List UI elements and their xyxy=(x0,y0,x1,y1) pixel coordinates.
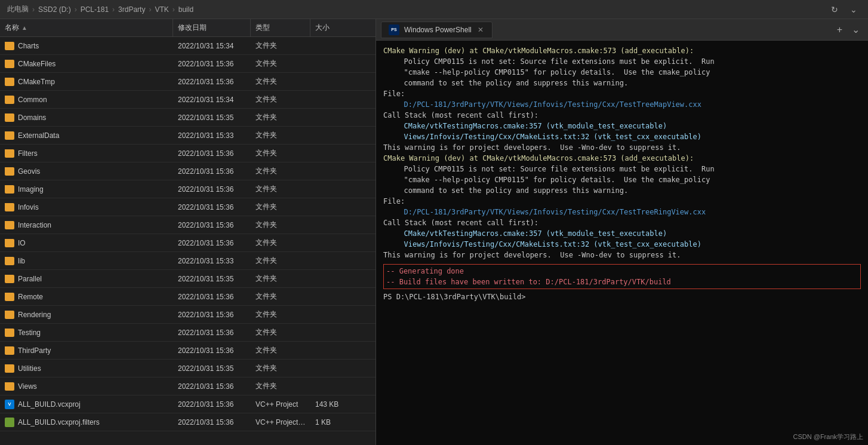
file-modified-cell: 2022/10/31 15:36 xyxy=(173,346,251,355)
file-name-cell: Remote xyxy=(0,293,173,301)
file-modified-cell: 2022/10/31 15:33 xyxy=(173,257,251,265)
add-tab-button[interactable]: + xyxy=(833,23,846,36)
table-row[interactable]: IO 2022/10/31 15:36 文件夹 xyxy=(0,234,375,252)
file-name-cell: Interaction xyxy=(0,221,173,229)
file-name-text: Rendering xyxy=(18,311,51,319)
file-name-cell: Filters xyxy=(0,149,173,158)
terminal-line: Views/Infovis/Testing/Cxx/CMakeLists.txt… xyxy=(395,239,861,250)
file-modified-cell: 2022/10/31 15:36 xyxy=(173,418,251,426)
table-row[interactable]: Utilities 2022/10/31 15:35 文件夹 xyxy=(0,360,375,378)
file-modified-cell: 2022/10/31 15:36 xyxy=(173,167,251,176)
file-name-text: Geovis xyxy=(18,167,40,176)
table-row[interactable]: lib 2022/10/31 15:33 文件夹 xyxy=(0,252,375,270)
sort-arrow-icon: ▲ xyxy=(21,24,27,31)
file-name-cell: CMakeTmp xyxy=(0,78,173,86)
file-modified-cell: 2022/10/31 15:36 xyxy=(173,221,251,229)
table-row[interactable]: Filters 2022/10/31 15:36 文件夹 xyxy=(0,145,375,162)
file-size-cell: 1 KB xyxy=(310,418,358,426)
file-name-text: Views xyxy=(18,382,37,391)
terminal-done-line: -- Build files have been written to: D:/… xyxy=(386,277,858,287)
file-name-cell: Common xyxy=(0,96,173,104)
refresh-button[interactable]: ↻ xyxy=(827,4,842,16)
table-row[interactable]: Imaging 2022/10/31 15:36 文件夹 xyxy=(0,180,375,198)
file-modified-cell: 2022/10/31 15:36 xyxy=(173,239,251,247)
table-row[interactable]: Remote 2022/10/31 15:36 文件夹 xyxy=(0,288,375,306)
file-modified-cell: 2022/10/31 15:36 xyxy=(173,60,251,68)
file-list: Charts 2022/10/31 15:34 文件夹 CMakeFiles 2… xyxy=(0,37,375,431)
file-modified-cell: 2022/10/31 15:35 xyxy=(173,364,251,373)
path-pcl: PCL-181 xyxy=(81,5,109,14)
file-name-text: ThirdParty xyxy=(18,346,51,355)
file-modified-cell: 2022/10/31 15:36 xyxy=(173,293,251,301)
title-bar-actions: ↻ ⌄ xyxy=(827,4,861,16)
file-name-text: Interaction xyxy=(18,221,51,229)
file-name-text: Filters xyxy=(18,149,38,158)
folder-icon xyxy=(5,293,14,301)
file-type-cell: 文件夹 xyxy=(251,94,310,105)
table-row[interactable]: Testing 2022/10/31 15:36 文件夹 xyxy=(0,324,375,342)
folder-icon xyxy=(5,346,14,355)
file-name-cell: IO xyxy=(0,239,173,247)
column-headers: 名称 ▲ 修改日期 类型 大小 xyxy=(0,19,375,37)
file-name-cell: Parallel xyxy=(0,275,173,283)
table-row[interactable]: CMakeTmp 2022/10/31 15:36 文件夹 xyxy=(0,73,375,91)
col-modified: 修改日期 xyxy=(173,19,251,36)
table-row[interactable]: Charts 2022/10/31 15:34 文件夹 xyxy=(0,37,375,55)
file-type-cell: 文件夹 xyxy=(251,41,310,51)
dropdown-button[interactable]: ⌄ xyxy=(848,23,863,36)
file-name-text: Utilities xyxy=(18,364,41,373)
file-modified-cell: 2022/10/31 15:34 xyxy=(173,42,251,50)
folder-icon xyxy=(5,96,14,104)
breadcrumb: 此电脑 › SSD2 (D:) › PCL-181 › 3rdParty › V… xyxy=(7,4,193,14)
folder-icon xyxy=(5,311,14,319)
table-row[interactable]: Rendering 2022/10/31 15:36 文件夹 xyxy=(0,306,375,324)
file-name-text: Charts xyxy=(18,42,39,50)
folder-icon xyxy=(5,221,14,229)
file-type-cell: 文件夹 xyxy=(251,381,310,391)
file-name-cell: Testing xyxy=(0,329,173,337)
file-type-cell: 文件夹 xyxy=(251,184,310,194)
file-name-text: Parallel xyxy=(18,275,42,283)
terminal-line: Call Stack (most recent call first): xyxy=(383,217,861,228)
folder-icon xyxy=(5,203,14,211)
file-name-text: Common xyxy=(18,96,47,104)
table-row[interactable]: Geovis 2022/10/31 15:36 文件夹 xyxy=(0,162,375,180)
file-type-cell: 文件夹 xyxy=(251,345,310,355)
folder-icon xyxy=(5,185,14,194)
file-name-cell: ThirdParty xyxy=(0,346,173,355)
table-row[interactable]: Views 2022/10/31 15:36 文件夹 xyxy=(0,378,375,395)
terminal-tab-bar: Windows PowerShell ✕ + ⌄ xyxy=(376,19,868,41)
table-row[interactable]: CMakeFiles 2022/10/31 15:36 文件夹 xyxy=(0,55,375,73)
chevron-down-button[interactable]: ⌄ xyxy=(847,4,861,16)
terminal-line: CMake/vtkTestingMacros.cmake:357 (vtk_mo… xyxy=(395,121,861,131)
terminal-close-button[interactable]: ✕ xyxy=(476,26,485,34)
table-row[interactable]: ALL_BUILD.vcxproj.filters 2022/10/31 15:… xyxy=(0,413,375,431)
file-name-cell: Rendering xyxy=(0,311,173,319)
file-modified-cell: 2022/10/31 15:33 xyxy=(173,131,251,140)
table-row[interactable]: Infovis 2022/10/31 15:36 文件夹 xyxy=(0,198,375,216)
vcxproj-icon: V xyxy=(5,400,14,409)
table-row[interactable]: ThirdParty 2022/10/31 15:36 文件夹 xyxy=(0,342,375,360)
table-row[interactable]: V ALL_BUILD.vcxproj 2022/10/31 15:36 VC+… xyxy=(0,395,375,413)
terminal-line: CMake Warning (dev) at CMake/vtkModuleMa… xyxy=(383,45,861,56)
file-modified-cell: 2022/10/31 15:34 xyxy=(173,96,251,104)
terminal-line: File: xyxy=(383,196,861,207)
file-name-text: IO xyxy=(18,239,26,247)
table-row[interactable]: Common 2022/10/31 15:34 文件夹 xyxy=(0,91,375,109)
file-type-cell: 文件夹 xyxy=(251,309,310,320)
terminal-line: Call Stack (most recent call first): xyxy=(383,110,861,121)
table-row[interactable]: Interaction 2022/10/31 15:36 文件夹 xyxy=(0,216,375,234)
terminal-tab[interactable]: Windows PowerShell ✕ xyxy=(381,22,493,38)
folder-icon xyxy=(5,149,14,158)
terminal-body[interactable]: CMake Warning (dev) at CMake/vtkModuleMa… xyxy=(376,41,868,445)
file-modified-cell: 2022/10/31 15:35 xyxy=(173,275,251,283)
folder-icon xyxy=(5,329,14,337)
folder-icon xyxy=(5,239,14,247)
path-computer: 此电脑 xyxy=(7,4,29,14)
folder-icon xyxy=(5,167,14,176)
file-name-cell: CMakeFiles xyxy=(0,60,173,68)
table-row[interactable]: Domains 2022/10/31 15:35 文件夹 xyxy=(0,109,375,127)
file-type-cell: 文件夹 xyxy=(251,202,310,212)
table-row[interactable]: ExternalData 2022/10/31 15:33 文件夹 xyxy=(0,127,375,145)
table-row[interactable]: Parallel 2022/10/31 15:35 文件夹 xyxy=(0,270,375,288)
